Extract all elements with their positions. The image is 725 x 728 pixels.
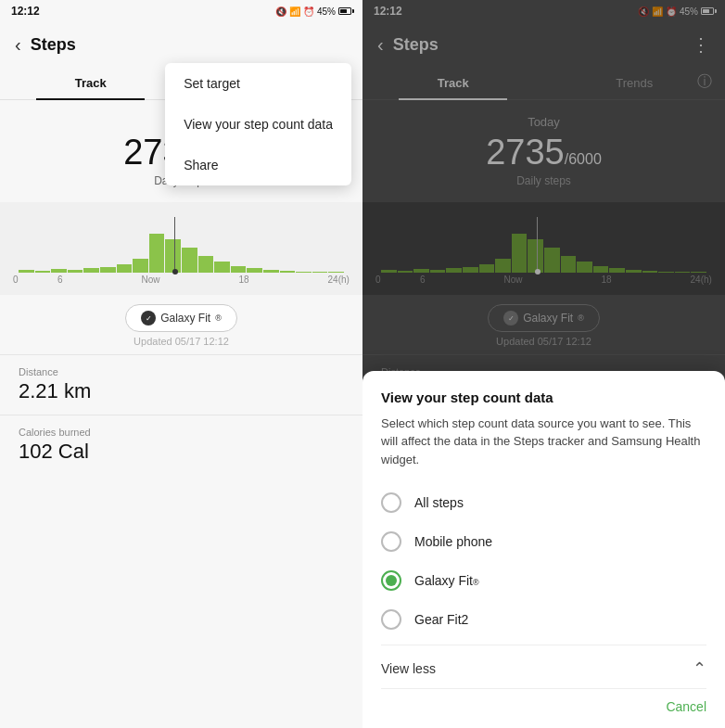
battery-percent: 45% [317, 6, 336, 17]
radio-circle-galaxy-fit [381, 570, 401, 591]
radio-label-galaxy-fit: Galaxy Fit® [414, 573, 479, 588]
left-chart-area [11, 210, 351, 273]
left-galaxy-fit-button[interactable]: ✓ Galaxy Fit ® [125, 304, 237, 332]
left-calories-row: Calories burned 102 Cal [0, 415, 362, 475]
bar [35, 271, 51, 273]
alarm-icon: ⏰ [303, 6, 314, 17]
sheet-title: View your step count data [381, 390, 706, 405]
bar [149, 234, 165, 273]
bar [182, 248, 197, 273]
bar [19, 270, 34, 273]
radio-circle-mobile [381, 531, 401, 552]
left-page-title: Steps [31, 35, 76, 55]
left-time: 12:12 [11, 5, 40, 18]
radio-circle-gear-fit2 [381, 609, 401, 630]
battery-icon [338, 7, 351, 15]
bar [296, 272, 312, 273]
dropdown-view-step-count[interactable]: View your step count data [165, 104, 351, 145]
wifi-icon: 📶 [289, 6, 300, 17]
bar [133, 259, 148, 273]
bottom-sheet: View your step count data Select which s… [362, 371, 725, 729]
bar [198, 256, 214, 273]
bar [328, 272, 344, 273]
left-calories-value: 102 Cal [19, 440, 344, 464]
bar [247, 268, 262, 273]
mute-icon: 🔇 [275, 6, 286, 17]
radio-inner-galaxy-fit [386, 575, 397, 586]
fit-logo-icon: ✓ [141, 311, 156, 326]
radio-label-all-steps: All steps [414, 495, 464, 510]
radio-label-gear-fit2: Gear Fit2 [414, 612, 468, 627]
radio-galaxy-fit[interactable]: Galaxy Fit® [381, 561, 706, 600]
left-status-icons: 🔇 📶 ⏰ 45% [275, 6, 351, 17]
chevron-up-icon: ⌃ [693, 658, 706, 679]
bar [231, 266, 247, 273]
cancel-button[interactable]: Cancel [666, 699, 706, 714]
left-calories-label: Calories burned [19, 427, 344, 438]
left-status-bar: 12:12 🔇 📶 ⏰ 45% [0, 0, 362, 22]
left-distance-row: Distance 2.21 km [0, 354, 362, 415]
bar [68, 270, 83, 273]
bar [263, 270, 279, 273]
dropdown-menu: Set target View your step count data Sha… [165, 63, 351, 185]
bar [117, 264, 133, 273]
sheet-description: Select which step count data source you … [381, 415, 706, 469]
radio-circle-all-steps [381, 492, 401, 513]
left-updated-label: Updated 05/17 12:12 [0, 336, 362, 347]
left-header: ‹ Steps [0, 22, 362, 67]
left-bars [11, 217, 351, 273]
right-panel: 12:12 🔇 📶 ⏰ 45% ‹ Steps ⋮ Track Trends ⓘ… [362, 0, 725, 728]
dropdown-share[interactable]: Share [165, 145, 351, 185]
radio-label-mobile: Mobile phone [414, 534, 492, 549]
left-chart: 0 6 Now 18 24(h) [0, 202, 362, 295]
left-chart-labels: 0 6 Now 18 24(h) [11, 275, 351, 285]
bar [214, 262, 230, 273]
bar [100, 267, 116, 273]
bar [165, 239, 181, 273]
left-galaxy-fit-label: Galaxy Fit [160, 312, 210, 325]
bar [280, 271, 296, 273]
view-less-row[interactable]: View less ⌃ [381, 645, 706, 688]
radio-all-steps[interactable]: All steps [381, 483, 706, 522]
dropdown-set-target[interactable]: Set target [165, 63, 351, 104]
sheet-cancel-row: Cancel [381, 688, 706, 728]
left-panel: 12:12 🔇 📶 ⏰ 45% ‹ Steps Track Trends Tod… [0, 0, 362, 728]
view-less-label: View less [381, 661, 436, 676]
bar [83, 268, 99, 273]
left-distance-value: 2.21 km [19, 379, 344, 403]
now-marker [174, 217, 175, 273]
left-tab-track[interactable]: Track [0, 67, 182, 99]
bar [312, 272, 328, 273]
radio-mobile-phone[interactable]: Mobile phone [381, 522, 706, 561]
now-dot [172, 269, 178, 275]
bar [51, 269, 67, 273]
registered-icon: ® [215, 313, 222, 323]
radio-gear-fit2[interactable]: Gear Fit2 [381, 600, 706, 639]
left-back-button[interactable]: ‹ [15, 34, 21, 56]
left-distance-label: Distance [19, 366, 344, 377]
